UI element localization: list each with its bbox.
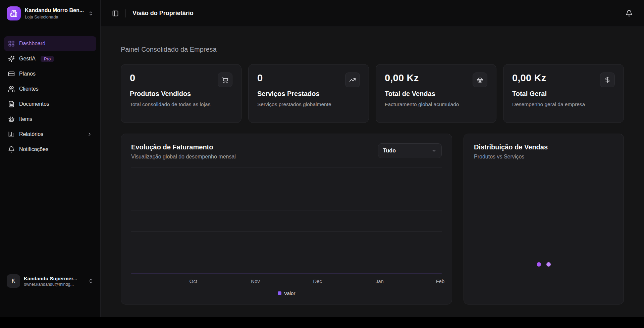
stat-subtitle: Desempenho geral da empresa — [512, 101, 615, 107]
main-content: Painel Consolidado da Empresa 0 Produtos… — [101, 27, 644, 317]
credit-card-icon — [8, 71, 15, 77]
sidebar-item-notificacoes[interactable]: Notificações — [4, 142, 96, 157]
chart-column-icon — [8, 131, 15, 138]
workspace-subtitle: Loja Selecionada — [25, 14, 84, 19]
cart-icon — [218, 73, 232, 87]
period-filter-value: Tudo — [383, 148, 396, 154]
notifications-bell-icon[interactable] — [626, 10, 633, 17]
chevron-right-icon — [87, 132, 92, 137]
page-title: Visão do Proprietário — [132, 10, 194, 17]
sidebar-item-label: GestIA — [19, 56, 36, 62]
legend-label: Valor — [284, 290, 296, 296]
revenue-chart-card: Evolução de Faturamento Visualização glo… — [121, 134, 452, 304]
workspace-name: Kandandu Morro Ben... — [25, 7, 84, 13]
sidebar-item-documentos[interactable]: Documentos — [4, 97, 96, 111]
sidebar-item-label: Dashboard — [19, 41, 45, 47]
workspace-selector[interactable]: Kandandu Morro Ben... Loja Selecionada — [4, 0, 96, 27]
trending-up-icon — [345, 73, 360, 87]
stat-value: 0,00 Kz — [512, 73, 546, 84]
dashboard-grid-icon — [8, 40, 15, 47]
stat-card-produtos-vendidos: 0 Produtos Vendidos Total consolidado de… — [121, 64, 241, 123]
sidebar-item-planos[interactable]: Planos — [4, 66, 96, 81]
app: Kandandu Morro Ben... Loja Selecionada D… — [0, 0, 644, 317]
gridline — [131, 210, 442, 210]
sidebar-item-dashboard[interactable]: Dashboard — [4, 36, 96, 51]
section-heading: Painel Consolidado da Empresa — [121, 46, 624, 53]
x-axis-label: Dec — [313, 278, 322, 284]
sidebar-item-items[interactable]: Items — [4, 112, 96, 127]
store-logo-icon — [7, 6, 21, 20]
charts-row: Evolução de Faturamento Visualização glo… — [121, 134, 624, 304]
valor-series-line — [131, 274, 442, 274]
user-email: owner.kandandu@mindg... — [24, 282, 85, 287]
pie-legend-dots — [537, 262, 551, 267]
stat-cards-row: 0 Produtos Vendidos Total consolidado de… — [121, 64, 624, 123]
sidebar-item-label: Relatórios — [19, 131, 43, 137]
sparkles-icon — [8, 55, 15, 62]
produtos-legend-dot — [537, 262, 541, 267]
sidebar-item-label: Planos — [19, 71, 36, 77]
sidebar-nav: Dashboard GestIA Pro Planos Clientes — [4, 36, 96, 157]
header-divider — [125, 9, 126, 17]
gridline — [131, 167, 442, 168]
pro-badge: Pro — [41, 56, 54, 62]
x-axis-label: Feb — [436, 278, 444, 284]
chevron-down-icon — [431, 148, 437, 153]
user-name: Kandandu Supermer... — [24, 276, 85, 281]
document-icon — [8, 101, 15, 107]
period-filter-select[interactable]: Tudo — [378, 143, 442, 158]
stat-subtitle: Total consolidado de todas as lojas — [130, 101, 232, 107]
chart-legend: Valor — [131, 290, 442, 296]
sidebar-item-relatorios[interactable]: Relatórios — [4, 127, 96, 142]
basket-icon — [8, 116, 15, 123]
legend-swatch — [278, 291, 281, 295]
stat-card-total-geral: 0,00 Kz Total Geral Desempenho geral da … — [503, 64, 624, 123]
chart-subtitle: Visualização global do desempenho mensal — [131, 154, 236, 160]
gridline — [131, 189, 442, 189]
sidebar-toggle-icon[interactable] — [112, 10, 119, 17]
gridline — [131, 253, 442, 253]
stat-subtitle: Facturamento global acumulado — [385, 101, 487, 107]
servicos-legend-dot — [546, 262, 551, 267]
chart-title: Evolução de Faturamento — [131, 143, 236, 151]
chevrons-up-down-icon — [88, 11, 94, 16]
sidebar-item-clientes[interactable]: Clientes — [4, 82, 96, 96]
content-column: Visão do Proprietário Painel Consolidado… — [101, 0, 644, 317]
chart-title: Distribuição de Vendas — [474, 143, 613, 151]
sidebar-item-label: Items — [19, 116, 32, 122]
user-menu[interactable]: K Kandandu Supermer... owner.kandandu@mi… — [4, 272, 96, 290]
x-axis-label: Jan — [376, 278, 384, 284]
users-icon — [8, 86, 15, 92]
gridline — [131, 231, 442, 232]
sidebar-item-label: Documentos — [19, 101, 49, 107]
stat-value: 0,00 Kz — [385, 73, 419, 84]
x-axis-label: Oct — [190, 278, 197, 284]
user-avatar: K — [7, 274, 20, 288]
stat-value: 0 — [130, 73, 135, 84]
chart-subtitle: Produtos vs Serviços — [474, 154, 613, 160]
distribution-chart-card: Distribuição de Vendas Produtos vs Servi… — [464, 134, 624, 304]
bell-icon — [8, 146, 15, 153]
basket-icon — [473, 73, 487, 87]
dollar-icon — [600, 73, 615, 87]
user-text: Kandandu Supermer... owner.kandandu@mind… — [24, 276, 85, 287]
workspace-text: Kandandu Morro Ben... Loja Selecionada — [25, 7, 84, 19]
stat-title: Serviços Prestados — [257, 90, 360, 98]
sidebar-item-label: Clientes — [19, 86, 39, 92]
stat-card-total-vendas: 0,00 Kz Total de Vendas Facturamento glo… — [376, 64, 496, 123]
chevrons-up-down-icon — [88, 278, 94, 284]
sidebar-item-label: Notificações — [19, 146, 48, 152]
stat-value: 0 — [257, 73, 263, 84]
stat-title: Total Geral — [512, 90, 615, 98]
revenue-line-chart: Oct Nov Dec Jan Feb — [131, 167, 442, 274]
sidebar-item-gestia[interactable]: GestIA Pro — [4, 51, 96, 66]
stat-title: Produtos Vendidos — [130, 90, 232, 98]
sidebar: Kandandu Morro Ben... Loja Selecionada D… — [0, 0, 101, 317]
stat-title: Total de Vendas — [385, 90, 487, 98]
revenue-chart-heading: Evolução de Faturamento Visualização glo… — [131, 143, 236, 160]
stat-subtitle: Serviços prestados globalmente — [257, 101, 360, 107]
stat-card-servicos-prestados: 0 Serviços Prestados Serviços prestados … — [248, 64, 369, 123]
x-axis-label: Nov — [251, 278, 260, 284]
top-header: Visão do Proprietário — [101, 0, 644, 27]
